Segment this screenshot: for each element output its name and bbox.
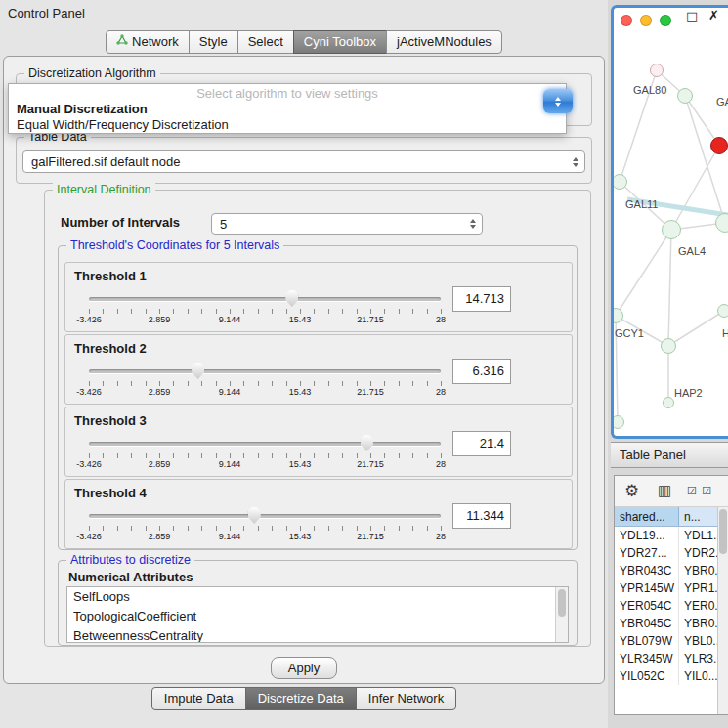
table-row[interactable]: YPR145WYPR1...: [615, 579, 717, 597]
table-data-combobox[interactable]: galFiltered.sif default node: [22, 150, 585, 173]
tab-style[interactable]: Style: [189, 30, 238, 54]
popup-option-equal-width[interactable]: Equal Width/Frequency Discretization: [17, 117, 229, 132]
tick-label: 28: [436, 387, 446, 397]
network-canvas[interactable]: GAL80GAL8GAL11GAL4GCY1HHAP2: [614, 8, 728, 436]
tab-discretize-data[interactable]: Discretize Data: [245, 687, 357, 710]
table-row[interactable]: YER054CYER0...: [615, 597, 717, 615]
network-edge[interactable]: [671, 146, 719, 230]
table-panel-window: ⚙ ▥ ☑ ☑ shared... n... YDL19...YDL1...YD…: [614, 475, 728, 715]
threshold-value-field[interactable]: 6.316: [452, 359, 511, 384]
table-row[interactable]: YLR345WYLR3...: [615, 650, 717, 667]
slider-track[interactable]: [89, 514, 441, 518]
tick-label: 9.144: [219, 315, 241, 324]
network-node[interactable]: [650, 64, 664, 77]
threshold-label: Threshold 1: [74, 269, 147, 283]
tab-label: Network: [132, 34, 179, 49]
threshold-slider[interactable]: -3.4262.8599.14415.4321.71528: [89, 505, 442, 546]
network-node[interactable]: [661, 338, 676, 354]
network-edge[interactable]: [668, 230, 671, 346]
checkboxes-icon[interactable]: ☑ ☑: [687, 485, 712, 497]
float-button[interactable]: □: [686, 9, 698, 23]
table-cell: YBR043C: [615, 562, 679, 579]
slider-thumb[interactable]: [192, 363, 204, 379]
tick-label: 2.859: [149, 387, 171, 397]
tab-impute-data[interactable]: Impute Data: [151, 687, 246, 710]
threshold-panel: Threshold 4 11.344 -3.4262.8599.14415.43…: [64, 479, 573, 549]
table-row[interactable]: YBL079WYBL0...: [615, 632, 717, 650]
tab-jactivemnodules[interactable]: jActiveMNodules: [386, 30, 502, 54]
slider-track[interactable]: [89, 369, 441, 373]
numerical-attributes-list[interactable]: SelfLoopsTopologicalCoefficientBetweenne…: [66, 586, 569, 643]
slider-thumb[interactable]: [361, 435, 373, 451]
slider-track[interactable]: [89, 442, 441, 446]
table-row[interactable]: YDL19...YDL1...: [615, 527, 717, 544]
columns-icon[interactable]: ▥: [658, 482, 671, 499]
threshold-slider[interactable]: -3.4262.8599.14415.4321.71528: [89, 361, 442, 402]
apply-button[interactable]: Apply: [271, 657, 337, 679]
tick-label: 21.715: [357, 532, 384, 541]
algorithm-combo-stepper[interactable]: [543, 89, 573, 113]
slider-tick-labels: -3.4262.8599.14415.4321.71528: [89, 532, 442, 543]
tick-label: 15.43: [289, 532, 312, 541]
slider-thumb[interactable]: [248, 507, 261, 524]
table-cell: YER0...: [679, 597, 717, 615]
network-node[interactable]: [710, 137, 728, 154]
gear-icon[interactable]: ⚙: [624, 481, 639, 500]
minimize-light[interactable]: [640, 15, 652, 26]
table-cell: YLR3...: [679, 650, 717, 667]
tab-infer-network[interactable]: Infer Network: [356, 687, 456, 710]
threshold-value-field[interactable]: 14.713: [452, 286, 511, 312]
threshold-value-field[interactable]: 11.344: [452, 503, 511, 529]
tab-network[interactable]: Network: [106, 30, 190, 54]
column-header-name[interactable]: n...: [679, 507, 717, 526]
threshold-slider[interactable]: -3.4262.8599.14415.4321.71528: [89, 433, 442, 474]
table-cell: YBR045C: [615, 615, 679, 632]
table-row[interactable]: YBR043CYBR0...: [615, 562, 717, 579]
network-node[interactable]: [663, 397, 674, 408]
network-edge[interactable]: [668, 311, 724, 346]
table-row[interactable]: YBR045CYBR0...: [615, 615, 717, 632]
tab-cyni-toolbox[interactable]: Cyni Toolbox: [293, 30, 387, 54]
close-button[interactable]: ✗: [708, 8, 719, 22]
tick-label: 15.43: [289, 387, 312, 397]
network-edge[interactable]: [616, 230, 671, 316]
slider-ticks: [89, 453, 442, 458]
updown-stepper-icon: [466, 214, 479, 234]
threshold-value-field[interactable]: 21.4: [452, 431, 511, 456]
tab-select[interactable]: Select: [237, 30, 294, 54]
list-scrollbar[interactable]: [555, 587, 568, 642]
network-node[interactable]: [715, 213, 728, 233]
tick-label: 28: [436, 459, 446, 469]
table-cell: YPR145W: [615, 579, 679, 597]
attribute-item[interactable]: BetweennessCentrality: [67, 626, 568, 643]
slider-thumb[interactable]: [285, 290, 298, 307]
slider-track[interactable]: [89, 297, 441, 301]
threshold-slider[interactable]: -3.4262.8599.14415.4321.71528: [89, 288, 442, 329]
tick-label: 15.43: [289, 315, 312, 324]
thresholds-group: Threshold's Coordinates for 5 Intervals …: [58, 245, 578, 550]
network-node[interactable]: [677, 88, 693, 104]
table-row[interactable]: YIL052CYIL0...: [615, 667, 717, 685]
table-scrollbar[interactable]: [717, 507, 728, 714]
network-edge[interactable]: [685, 96, 725, 223]
network-node[interactable]: [717, 304, 728, 318]
column-header-shared-name[interactable]: shared...: [615, 507, 679, 526]
scrollbar-thumb[interactable]: [719, 509, 727, 554]
popup-option-manual[interactable]: Manual Discretization: [17, 102, 148, 116]
tick-label: 28: [436, 532, 446, 541]
attribute-item[interactable]: TopologicalCoefficient: [67, 607, 568, 626]
slider-ticks: [89, 309, 442, 314]
tick-label: 21.715: [357, 315, 384, 324]
zoom-light[interactable]: [660, 15, 671, 26]
node-label: GAL4: [678, 245, 706, 257]
network-node[interactable]: [662, 220, 681, 239]
table-row[interactable]: YDR27...YDR2...: [615, 544, 717, 562]
close-light[interactable]: [621, 15, 632, 26]
number-of-intervals-combobox[interactable]: 5: [211, 213, 483, 235]
tab-label: jActiveMNodules: [397, 34, 492, 49]
number-of-intervals-label: Number of Intervals: [61, 215, 180, 230]
scrollbar-thumb[interactable]: [558, 589, 566, 617]
tick-label: 2.859: [149, 315, 171, 324]
attribute-item[interactable]: SelfLoops: [67, 587, 568, 607]
table-toolbar: ⚙ ▥ ☑ ☑: [615, 476, 728, 507]
